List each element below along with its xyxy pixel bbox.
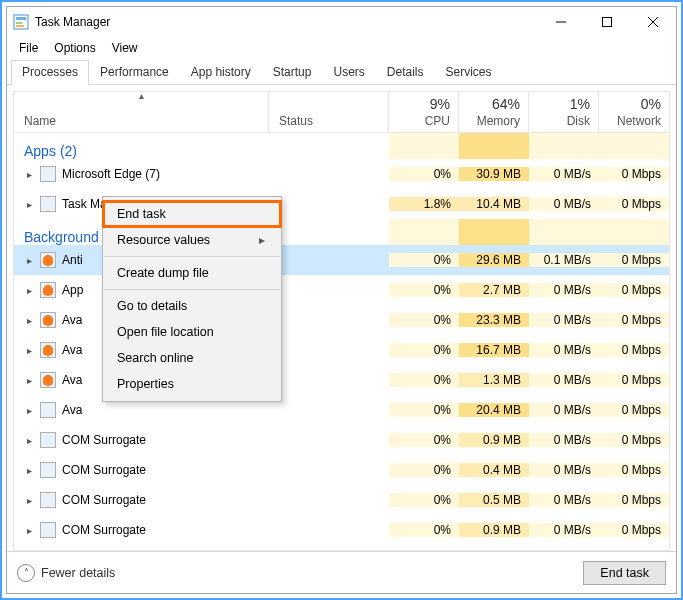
maximize-button[interactable] — [584, 7, 630, 37]
col-disk[interactable]: 1% Disk — [529, 92, 599, 132]
disk-cell: 0 MB/s — [529, 403, 599, 417]
expand-icon[interactable]: ▸ — [24, 255, 34, 266]
expand-icon[interactable]: ▸ — [24, 345, 34, 356]
cpu-cell: 0% — [389, 403, 459, 417]
minimize-button[interactable] — [538, 7, 584, 37]
footer: ˄ Fewer details End task — [7, 551, 676, 593]
menu-view[interactable]: View — [104, 39, 146, 57]
chevron-up-icon: ˄ — [17, 564, 35, 582]
tab-app-history[interactable]: App history — [180, 60, 262, 85]
column-headers: ▴ Name Status 9% CPU 64% Memory 1% Disk — [13, 91, 670, 132]
expand-icon[interactable]: ▸ — [24, 405, 34, 416]
memory-label: Memory — [477, 114, 520, 128]
col-status[interactable]: Status — [269, 92, 389, 132]
context-menu-label: Open file location — [117, 325, 214, 339]
process-name: Ava — [62, 343, 82, 357]
network-cell: 0 Mbps — [599, 493, 669, 507]
tab-details[interactable]: Details — [376, 60, 435, 85]
svg-rect-1 — [16, 17, 26, 20]
process-row[interactable]: ▸ COM Surrogate 0% 0.9 MB 0 MB/s 0 Mbps — [14, 425, 669, 455]
network-cell: 0 Mbps — [599, 313, 669, 327]
process-name: Microsoft Edge (7) — [62, 167, 160, 181]
memory-cell: 16.7 MB — [459, 343, 529, 357]
close-button[interactable] — [630, 7, 676, 37]
memory-cell: 0.9 MB — [459, 433, 529, 447]
col-cpu[interactable]: 9% CPU — [389, 92, 459, 132]
process-icon — [40, 432, 56, 448]
memory-cell: 0.9 MB — [459, 523, 529, 537]
network-cell: 0 Mbps — [599, 343, 669, 357]
network-percent: 0% — [607, 96, 661, 112]
context-menu-label: Create dump file — [117, 266, 209, 280]
tab-services[interactable]: Services — [435, 60, 503, 85]
context-menu-item[interactable]: Create dump file — [103, 260, 281, 286]
context-menu-item[interactable]: Resource values ▸ — [103, 227, 281, 253]
cpu-cell: 0% — [389, 253, 459, 267]
svg-rect-5 — [603, 18, 612, 27]
disk-cell: 0 MB/s — [529, 463, 599, 477]
process-icon — [40, 342, 56, 358]
expand-icon[interactable]: ▸ — [24, 465, 34, 476]
context-menu-item[interactable]: Open file location — [103, 319, 281, 345]
expand-icon[interactable]: ▸ — [24, 199, 34, 210]
cpu-cell: 0% — [389, 463, 459, 477]
process-list[interactable]: Apps (2) ▸ Microsoft Edge (7) 0% 30.9 MB… — [13, 132, 670, 551]
svg-rect-2 — [16, 22, 22, 24]
cpu-cell: 0% — [389, 313, 459, 327]
process-row[interactable]: ▸ Microsoft Edge (7) 0% 30.9 MB 0 MB/s 0… — [14, 159, 669, 189]
memory-cell: 0.5 MB — [459, 493, 529, 507]
process-icon — [40, 522, 56, 538]
col-memory[interactable]: 64% Memory — [459, 92, 529, 132]
process-row[interactable]: ▸ COM Surrogate 0% 0.5 MB 0 MB/s 0 Mbps — [14, 485, 669, 515]
context-menu-item[interactable]: Go to details — [103, 293, 281, 319]
end-task-button[interactable]: End task — [583, 561, 666, 585]
tab-performance[interactable]: Performance — [89, 60, 180, 85]
fewer-details-toggle[interactable]: ˄ Fewer details — [17, 564, 115, 582]
disk-cell: 0 MB/s — [529, 313, 599, 327]
disk-cell: 0 MB/s — [529, 197, 599, 211]
context-menu-item[interactable]: Search online — [103, 345, 281, 371]
process-row[interactable]: ▸ COM Surrogate 0% 0.4 MB 0 MB/s 0 Mbps — [14, 455, 669, 485]
expand-icon[interactable]: ▸ — [24, 375, 34, 386]
network-cell: 0 Mbps — [599, 433, 669, 447]
expand-icon[interactable]: ▸ — [24, 495, 34, 506]
memory-cell: 10.4 MB — [459, 197, 529, 211]
group-header[interactable]: Apps (2) — [14, 133, 269, 159]
expand-icon[interactable]: ▸ — [24, 285, 34, 296]
expand-icon[interactable]: ▸ — [24, 435, 34, 446]
disk-cell: 0 MB/s — [529, 433, 599, 447]
tab-startup[interactable]: Startup — [262, 60, 323, 85]
process-name: Ava — [62, 313, 82, 327]
disk-cell: 0 MB/s — [529, 167, 599, 181]
memory-cell: 30.9 MB — [459, 167, 529, 181]
disk-cell: 0 MB/s — [529, 343, 599, 357]
context-menu-item[interactable]: Properties — [103, 371, 281, 397]
cpu-cell: 0% — [389, 283, 459, 297]
process-icon — [40, 312, 56, 328]
menu-options[interactable]: Options — [46, 39, 103, 57]
network-label: Network — [617, 114, 661, 128]
cpu-cell: 0% — [389, 493, 459, 507]
process-name: COM Surrogate — [62, 463, 146, 477]
sort-indicator-icon: ▴ — [139, 90, 144, 101]
process-row[interactable]: ▸ COM Surrogate 0% 0.9 MB 0 MB/s 0 Mbps — [14, 515, 669, 545]
expand-icon[interactable]: ▸ — [24, 315, 34, 326]
expand-icon[interactable]: ▸ — [24, 169, 34, 180]
col-name[interactable]: ▴ Name — [14, 92, 269, 132]
process-name: COM Surrogate — [62, 433, 146, 447]
expand-icon[interactable]: ▸ — [24, 525, 34, 536]
context-menu-item[interactable]: End task — [103, 201, 281, 227]
network-cell: 0 Mbps — [599, 197, 669, 211]
tab-processes[interactable]: Processes — [11, 60, 89, 85]
cpu-cell: 0% — [389, 167, 459, 181]
memory-cell: 23.3 MB — [459, 313, 529, 327]
col-network[interactable]: 0% Network — [599, 92, 669, 132]
process-icon — [40, 492, 56, 508]
disk-cell: 0.1 MB/s — [529, 253, 599, 267]
memory-cell: 2.7 MB — [459, 283, 529, 297]
tab-users[interactable]: Users — [322, 60, 375, 85]
process-icon — [40, 282, 56, 298]
context-menu-label: Search online — [117, 351, 193, 365]
group-count: (2) — [60, 143, 77, 153]
menu-file[interactable]: File — [11, 39, 46, 57]
